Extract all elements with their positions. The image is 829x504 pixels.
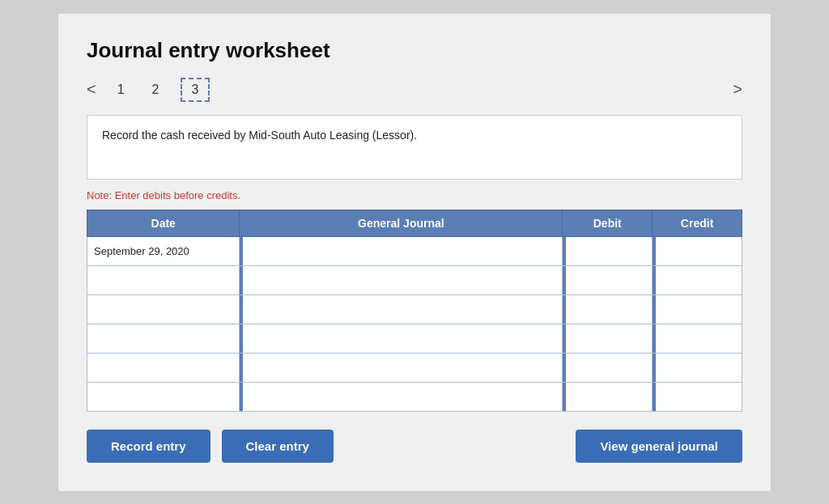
view-general-journal-button[interactable]: View general journal (576, 430, 742, 463)
credit-cell-0[interactable] (653, 236, 742, 265)
table-row (87, 382, 742, 411)
tab-3[interactable]: 3 (181, 78, 210, 102)
date-cell-0: September 29, 2020 (87, 236, 240, 265)
header-debit: Debit (563, 210, 653, 236)
note-text: Note: Enter debits before credits. (87, 189, 742, 201)
clear-entry-button[interactable]: Clear entry (222, 430, 334, 463)
debit-cell-1[interactable] (563, 265, 653, 294)
journal-cell-3[interactable] (240, 324, 563, 353)
credit-cell-4[interactable] (653, 353, 742, 382)
debit-cell-5[interactable] (563, 382, 653, 411)
page-title: Journal entry worksheet (87, 38, 742, 63)
table-row (87, 353, 742, 382)
main-container: Journal entry worksheet < 1 2 3 > Record… (58, 14, 771, 491)
nav-prev-arrow[interactable]: < (87, 80, 96, 99)
date-cell-2[interactable] (87, 294, 240, 324)
table-row: September 29, 2020 (87, 236, 742, 265)
journal-table: Date General Journal Debit Credit Septem… (87, 210, 742, 412)
debit-cell-2[interactable] (563, 294, 653, 324)
date-cell-1[interactable] (87, 265, 240, 294)
debit-cell-0[interactable] (563, 236, 653, 265)
credit-cell-3[interactable] (653, 324, 742, 353)
header-general-journal: General Journal (240, 210, 563, 236)
date-cell-5[interactable] (87, 382, 240, 411)
date-cell-4[interactable] (87, 353, 240, 382)
nav-next-arrow[interactable]: > (733, 80, 742, 99)
credit-cell-5[interactable] (653, 382, 742, 411)
journal-cell-1[interactable] (240, 265, 563, 294)
tab-navigation: < 1 2 3 > (87, 78, 742, 102)
journal-cell-0[interactable] (240, 236, 563, 265)
journal-cell-2[interactable] (240, 294, 563, 324)
table-row (87, 324, 742, 353)
table-row (87, 265, 742, 294)
date-cell-3[interactable] (87, 324, 240, 353)
credit-cell-2[interactable] (653, 294, 742, 324)
debit-cell-4[interactable] (563, 353, 653, 382)
table-row (87, 294, 742, 324)
buttons-row: Record entry Clear entry View general jo… (87, 430, 742, 463)
debit-cell-3[interactable] (563, 324, 653, 353)
journal-cell-4[interactable] (240, 353, 563, 382)
tab-1[interactable]: 1 (111, 79, 131, 100)
description-text: Record the cash received by Mid-South Au… (102, 129, 417, 142)
credit-cell-1[interactable] (653, 265, 742, 294)
header-date: Date (87, 210, 240, 236)
tab-2[interactable]: 2 (146, 79, 166, 100)
header-credit: Credit (653, 210, 742, 236)
record-entry-button[interactable]: Record entry (87, 430, 210, 463)
description-box: Record the cash received by Mid-South Au… (87, 115, 742, 180)
journal-cell-5[interactable] (240, 382, 563, 411)
